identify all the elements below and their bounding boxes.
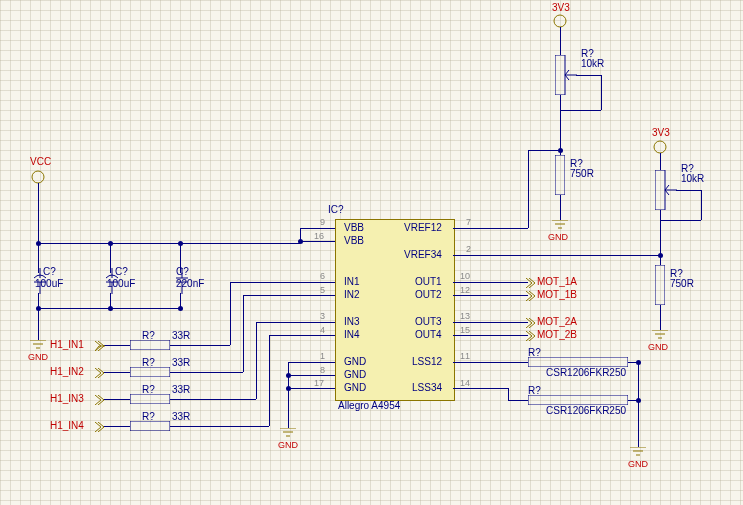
wire bbox=[269, 335, 270, 426]
wire bbox=[576, 75, 601, 76]
port-label: H1_IN1 bbox=[50, 339, 84, 350]
pin-num: 4 bbox=[320, 325, 325, 335]
pin-name: VBB bbox=[344, 235, 364, 246]
wire bbox=[300, 228, 335, 229]
svg-rect-27 bbox=[555, 55, 565, 95]
junction-dot bbox=[298, 239, 303, 244]
pin-name: GND bbox=[344, 382, 366, 393]
wire bbox=[488, 228, 528, 229]
pin-num: 13 bbox=[460, 311, 470, 321]
port-out1 bbox=[526, 278, 536, 288]
pin-num: 3 bbox=[320, 311, 325, 321]
res-ref: R? bbox=[142, 384, 155, 395]
wire bbox=[453, 255, 488, 256]
wire bbox=[269, 335, 300, 336]
vcc-symbol bbox=[31, 170, 45, 184]
res-ref: R? bbox=[142, 330, 155, 341]
svg-rect-34 bbox=[655, 170, 665, 210]
port-in1 bbox=[95, 341, 105, 351]
resistor-div-a bbox=[555, 155, 565, 195]
svg-rect-16 bbox=[130, 394, 170, 404]
res-ref: R? bbox=[142, 411, 155, 422]
ic-ref: IC? bbox=[328, 204, 344, 215]
svg-rect-29 bbox=[555, 155, 565, 195]
wire bbox=[453, 295, 488, 296]
wire bbox=[488, 335, 528, 336]
port-label: MOT_2A bbox=[537, 316, 577, 327]
wire bbox=[288, 362, 300, 363]
svg-rect-21 bbox=[528, 357, 628, 367]
res-val: 10kR bbox=[581, 58, 604, 69]
pin-name: OUT3 bbox=[415, 316, 442, 327]
resistor-sense-a bbox=[528, 357, 628, 367]
res-ref: R? bbox=[528, 347, 541, 358]
wire bbox=[488, 282, 528, 283]
wire bbox=[453, 335, 488, 336]
wire bbox=[300, 322, 335, 323]
wire bbox=[453, 362, 488, 363]
res-val: 750R bbox=[670, 278, 694, 289]
pin-name: OUT1 bbox=[415, 276, 442, 287]
cap-val: 100uF bbox=[35, 278, 63, 289]
wire bbox=[560, 110, 601, 111]
vcc-symbol bbox=[653, 140, 667, 154]
pin-num: 16 bbox=[314, 231, 324, 241]
wire bbox=[300, 335, 335, 336]
resistor-div-b bbox=[655, 265, 665, 305]
wire bbox=[300, 375, 335, 376]
wire bbox=[103, 372, 130, 373]
cap-val: 100uF bbox=[107, 278, 135, 289]
vcc-symbol bbox=[553, 14, 567, 28]
pin-name: OUT2 bbox=[415, 289, 442, 300]
pin-name: LSS34 bbox=[412, 382, 442, 393]
port-label: H1_IN3 bbox=[50, 393, 84, 404]
res-ref: R? bbox=[142, 357, 155, 368]
wire bbox=[453, 388, 488, 389]
res-ref: R? bbox=[528, 385, 541, 396]
wire bbox=[170, 372, 243, 373]
wire bbox=[170, 399, 256, 400]
pin-name: GND bbox=[344, 356, 366, 367]
wire bbox=[660, 153, 661, 170]
port-label: MOT_2B bbox=[537, 329, 577, 340]
v3v3-label: 3V3 bbox=[552, 2, 570, 13]
junction-dot bbox=[108, 306, 113, 311]
junction-dot bbox=[286, 386, 291, 391]
port-in3 bbox=[95, 395, 105, 405]
wire bbox=[488, 322, 528, 323]
wire bbox=[453, 228, 488, 229]
wire bbox=[528, 150, 529, 228]
gnd-label: GND bbox=[648, 342, 668, 352]
pin-name: IN3 bbox=[344, 316, 360, 327]
port-label: H1_IN2 bbox=[50, 366, 84, 377]
wire bbox=[508, 388, 509, 400]
wire bbox=[660, 305, 661, 330]
wire bbox=[38, 183, 39, 243]
res-val: 33R bbox=[172, 330, 190, 341]
wire bbox=[300, 388, 335, 389]
wire bbox=[38, 308, 39, 340]
res-val: CSR1206FKR250 bbox=[546, 405, 626, 416]
wire bbox=[300, 295, 335, 296]
wire bbox=[300, 362, 335, 363]
svg-point-0 bbox=[32, 171, 44, 183]
cap-ref: C? bbox=[176, 266, 189, 277]
pin-name: VREF12 bbox=[404, 222, 442, 233]
vcc-label: VCC bbox=[30, 156, 51, 167]
resistor bbox=[130, 367, 170, 377]
wire bbox=[660, 220, 701, 221]
junction-dot bbox=[178, 306, 183, 311]
wire bbox=[488, 362, 528, 363]
pin-num: 6 bbox=[320, 271, 325, 281]
svg-rect-22 bbox=[528, 395, 628, 405]
wire bbox=[288, 362, 289, 428]
wire bbox=[453, 322, 488, 323]
wire bbox=[170, 345, 230, 346]
wire bbox=[660, 210, 661, 265]
pin-num: 15 bbox=[460, 325, 470, 335]
port-label: MOT_1B bbox=[537, 289, 577, 300]
wire bbox=[560, 195, 561, 220]
cap-val: 220nF bbox=[176, 278, 204, 289]
res-val: CSR1206FKR250 bbox=[546, 367, 626, 378]
wire bbox=[560, 27, 561, 55]
